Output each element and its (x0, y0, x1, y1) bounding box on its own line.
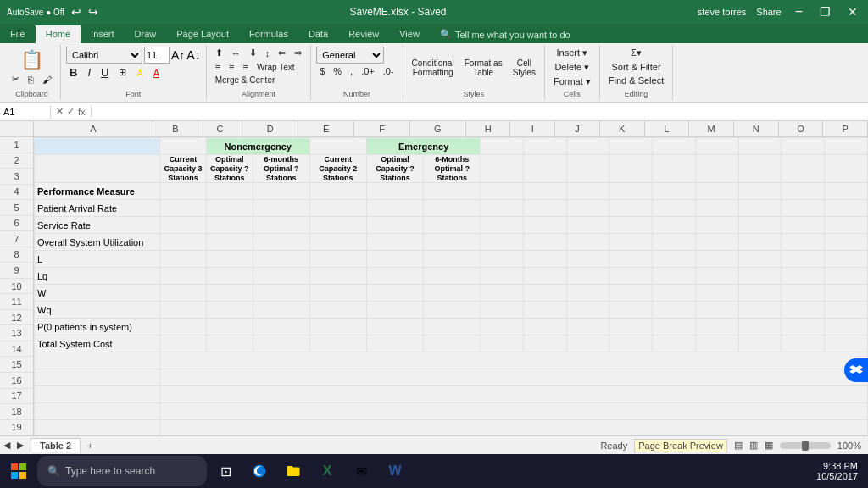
cell-n4[interactable] (738, 200, 782, 217)
cell-b6[interactable] (160, 234, 207, 251)
cell-f8[interactable] (366, 268, 423, 285)
cell-n7[interactable] (738, 251, 782, 268)
cell-p2[interactable] (825, 155, 868, 183)
cell-n5[interactable] (738, 217, 782, 234)
decrease-decimal-button[interactable]: .0- (380, 65, 398, 77)
cell-d6[interactable] (253, 234, 309, 251)
cell-o5[interactable] (782, 217, 825, 234)
cell-m10[interactable] (695, 302, 738, 319)
col-header-e[interactable]: E (298, 121, 354, 136)
cell-a12[interactable]: Total System Cost (35, 336, 160, 352)
cell-f11[interactable] (366, 319, 423, 336)
cell-a10[interactable]: Wq (35, 302, 160, 319)
row-num-5[interactable]: 5 (0, 200, 33, 216)
cell-k1[interactable] (609, 138, 653, 155)
cell-g7[interactable] (424, 251, 481, 268)
cell-i6[interactable] (523, 234, 566, 251)
cell-d3[interactable] (253, 183, 309, 200)
decrease-font-icon[interactable]: A↓ (186, 48, 200, 62)
underline-button[interactable]: U (97, 65, 112, 80)
row-num-15[interactable]: 15 (0, 357, 33, 373)
row-num-16[interactable]: 16 (0, 373, 33, 389)
col-header-a[interactable]: A (34, 121, 153, 136)
col-header-o[interactable]: O (779, 121, 824, 136)
cell-k4[interactable] (609, 200, 653, 217)
cell-h6[interactable] (481, 234, 524, 251)
cell-o12[interactable] (782, 336, 825, 352)
row-num-13[interactable]: 13 (0, 325, 33, 341)
cell-k11[interactable] (609, 319, 653, 336)
row-num-7[interactable]: 7 (0, 231, 33, 247)
cell-e8[interactable] (309, 268, 366, 285)
format-button[interactable]: Format ▾ (550, 75, 594, 88)
cell-e1[interactable] (309, 138, 366, 155)
cell-reference-box[interactable]: A1 (0, 105, 51, 119)
tab-data[interactable]: Data (298, 24, 338, 43)
cell-m1[interactable] (695, 138, 738, 155)
cell-m12[interactable] (695, 336, 738, 352)
redo-icon[interactable]: ↪ (88, 5, 98, 19)
tab-draw[interactable]: Draw (125, 24, 167, 43)
restore-button[interactable]: ❐ (816, 5, 834, 19)
cell-n8[interactable] (738, 268, 782, 285)
cell-a6[interactable]: Overall System Utilization (35, 234, 160, 251)
cell-k3[interactable] (609, 183, 653, 200)
increase-font-icon[interactable]: A↑ (171, 48, 185, 62)
cell-p10[interactable] (825, 302, 868, 319)
cell-f7[interactable] (366, 251, 423, 268)
excel-button[interactable]: X (312, 456, 342, 486)
word-button[interactable]: W (380, 456, 410, 486)
autosave-indicator[interactable]: AutoSave ● Off (7, 8, 64, 17)
cell-f10[interactable] (366, 302, 423, 319)
cell-o6[interactable] (782, 234, 825, 251)
col-header-c[interactable]: C (198, 121, 243, 136)
cell-h5[interactable] (481, 217, 524, 234)
cell-o10[interactable] (782, 302, 825, 319)
cell-a7[interactable]: L (35, 251, 160, 268)
cell-b5[interactable] (160, 217, 207, 234)
tab-view[interactable]: View (389, 24, 430, 43)
cell-j1[interactable] (566, 138, 609, 155)
cell-m9[interactable] (695, 285, 738, 302)
row-num-6[interactable]: 6 (0, 216, 33, 232)
cell-e5[interactable] (309, 217, 366, 234)
cell-a8[interactable]: Lq (35, 268, 160, 285)
cell-d2[interactable]: 6-monthsOptimal ?Stations (253, 155, 309, 183)
format-as-table-button[interactable]: Format asTable (461, 58, 506, 78)
cell-a17[interactable] (35, 420, 160, 435)
cell-n11[interactable] (738, 319, 782, 336)
cell-m4[interactable] (695, 200, 738, 217)
tab-tell-me[interactable]: 🔍 Tell me what you want to do (430, 24, 581, 43)
cell-i5[interactable] (523, 217, 566, 234)
font-name-select[interactable]: Calibri (66, 47, 142, 64)
cell-i10[interactable] (523, 302, 566, 319)
align-center-button[interactable]: ≡ (225, 61, 237, 73)
cell-b10[interactable] (160, 302, 207, 319)
delete-button[interactable]: Delete ▾ (551, 61, 593, 74)
col-header-n[interactable]: N (734, 121, 779, 136)
cell-nonemergency[interactable]: Nonemergency (206, 138, 309, 155)
cell-n9[interactable] (738, 285, 782, 302)
cell-o9[interactable] (782, 285, 825, 302)
cell-k8[interactable] (609, 268, 653, 285)
cell-l2[interactable] (653, 155, 696, 183)
cell-p5[interactable] (825, 217, 868, 234)
cell-j8[interactable] (566, 268, 609, 285)
row-num-4[interactable]: 4 (0, 185, 33, 201)
cell-g11[interactable] (424, 319, 481, 336)
cell-b3[interactable] (160, 183, 207, 200)
insert-button[interactable]: Insert ▾ (554, 47, 592, 59)
cell-b9[interactable] (160, 285, 207, 302)
cell-l5[interactable] (653, 217, 696, 234)
cell-h7[interactable] (481, 251, 524, 268)
cell-e10[interactable] (309, 302, 366, 319)
cell-c4[interactable] (206, 200, 253, 217)
insert-function-icon[interactable]: fx (78, 107, 86, 117)
cell-l11[interactable] (653, 319, 696, 336)
row-num-8[interactable]: 8 (0, 247, 33, 263)
cell-j9[interactable] (566, 285, 609, 302)
cell-i1[interactable] (523, 138, 566, 155)
tab-review[interactable]: Review (338, 24, 389, 43)
cell-h9[interactable] (481, 285, 524, 302)
cell-k5[interactable] (609, 217, 653, 234)
